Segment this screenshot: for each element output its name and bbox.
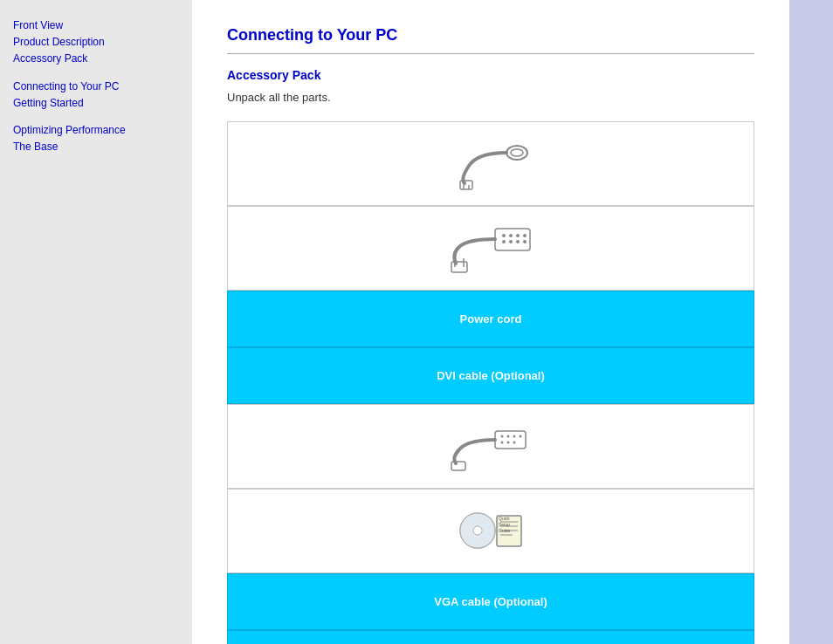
svg-rect-14	[451, 262, 467, 272]
power-cord-image-cell	[227, 121, 754, 206]
sidebar-item-product-description[interactable]: Product Description	[13, 34, 179, 51]
image-row-2: Quick Setup Guide	[227, 404, 754, 573]
divider-top	[227, 53, 754, 54]
edfu-pack-label: EDFU pack	[227, 630, 754, 644]
svg-point-18	[501, 435, 504, 438]
sidebar: Front View Product Description Accessory…	[0, 0, 192, 644]
sidebar-item-getting-started[interactable]: Getting Started	[13, 95, 179, 112]
sidebar-item-optimizing[interactable]: Optimizing Performance	[13, 122, 179, 139]
label-row-1: Power cord DVI cable (Optional)	[227, 291, 754, 404]
sidebar-group-3: Optimizing Performance The Base	[13, 122, 179, 155]
right-strip	[789, 0, 833, 644]
edfu-image-cell: Quick Setup Guide	[227, 489, 754, 573]
svg-text:Setup: Setup	[499, 522, 510, 527]
svg-point-6	[502, 234, 506, 237]
image-row-1	[227, 121, 754, 291]
svg-point-11	[509, 240, 513, 243]
sidebar-item-connecting[interactable]: Connecting to Your PC	[13, 79, 179, 95]
svg-point-19	[507, 435, 510, 438]
svg-point-10	[502, 240, 506, 243]
vga-cable-icon	[443, 418, 539, 475]
svg-point-21	[520, 435, 522, 438]
vga-cable-image-cell	[227, 404, 754, 489]
power-cord-icon	[443, 135, 539, 192]
svg-point-20	[513, 435, 516, 438]
svg-point-7	[509, 234, 513, 237]
page-title: Connecting to Your PC	[227, 26, 754, 45]
svg-point-8	[516, 234, 520, 237]
svg-point-13	[523, 240, 527, 243]
svg-point-23	[507, 442, 510, 444]
power-cord-label: Power cord	[227, 291, 754, 347]
svg-point-9	[523, 234, 527, 237]
accessory-grid: Power cord DVI cable (Optional)	[227, 121, 754, 644]
svg-rect-5	[495, 229, 530, 250]
label-row-2: VGA cable (Optional) EDFU pack	[227, 573, 754, 644]
description-text: Unpack all the parts.	[227, 91, 754, 104]
vga-cable-label: VGA cable (Optional)	[227, 573, 754, 630]
dvi-cable-icon	[443, 220, 539, 277]
svg-point-12	[516, 240, 520, 243]
svg-text:Quick: Quick	[499, 516, 510, 521]
svg-point-0	[506, 146, 527, 160]
section-title-accessory: Accessory Pack	[227, 68, 754, 82]
sidebar-item-the-base[interactable]: The Base	[13, 139, 179, 155]
svg-rect-17	[495, 431, 526, 449]
svg-text:Guide: Guide	[499, 528, 511, 533]
sidebar-group-1: Front View Product Description Accessory…	[13, 17, 179, 68]
main-content: Connecting to Your PC Accessory Pack Unp…	[192, 0, 789, 644]
dvi-cable-label: DVI cable (Optional)	[227, 347, 754, 404]
svg-point-24	[513, 442, 516, 444]
sidebar-item-front-view[interactable]: Front View	[13, 17, 179, 34]
edfu-icon: Quick Setup Guide	[451, 503, 530, 559]
dvi-cable-image-cell	[227, 206, 754, 291]
sidebar-group-2: Connecting to Your PC Getting Started	[13, 79, 179, 112]
svg-point-1	[511, 149, 523, 156]
svg-point-22	[501, 442, 504, 444]
sidebar-item-accessory-pack[interactable]: Accessory Pack	[13, 51, 179, 67]
svg-point-29	[473, 526, 482, 535]
